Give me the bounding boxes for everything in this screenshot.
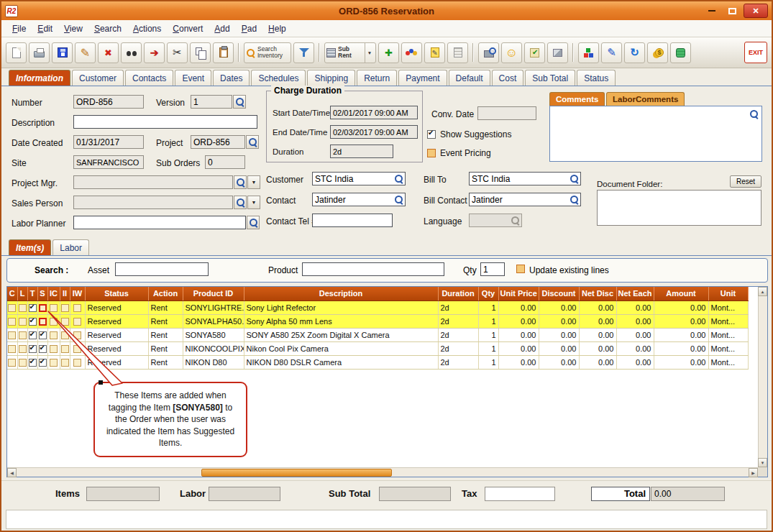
sales-person-dropdown-button[interactable]: ▼: [247, 196, 260, 209]
checkbox-s[interactable]: [39, 304, 47, 312]
contact-tel-input[interactable]: [312, 214, 393, 227]
end-date-input[interactable]: [330, 125, 418, 139]
bill-to-input[interactable]: [470, 173, 570, 185]
checkbox-ic[interactable]: [50, 345, 58, 353]
tab-payment[interactable]: Payment: [398, 70, 447, 86]
vertical-scrollbar[interactable]: ▲ ▼: [758, 287, 767, 467]
col-header-qty[interactable]: Qty: [478, 287, 498, 301]
maximize-button[interactable]: [723, 4, 741, 17]
scroll-right-button[interactable]: ▶: [749, 468, 758, 477]
col-header-s[interactable]: S: [37, 287, 47, 301]
groups-button[interactable]: [401, 42, 422, 63]
tab-status[interactable]: Status: [577, 70, 616, 86]
checkbox-ii[interactable]: [61, 318, 69, 326]
cut-button[interactable]: [167, 42, 188, 63]
event-pricing-checkbox[interactable]: [427, 149, 436, 157]
labor-planner-lookup-button[interactable]: [247, 216, 260, 229]
reset-button[interactable]: Reset: [730, 175, 761, 188]
find-button[interactable]: [121, 42, 142, 63]
checkbox-l[interactable]: [19, 345, 27, 353]
project-lookup-button[interactable]: [246, 135, 259, 149]
checkbox-c[interactable]: [8, 359, 16, 367]
version-input[interactable]: [191, 95, 232, 109]
tax-field[interactable]: [485, 487, 555, 501]
version-lookup-button[interactable]: [233, 95, 246, 109]
notes-button[interactable]: [447, 42, 468, 63]
tab-contacts[interactable]: Contacts: [125, 70, 173, 86]
checkbox-iw[interactable]: [73, 345, 81, 353]
sales-person-lookup-button[interactable]: [234, 196, 247, 209]
lookup-icon[interactable]: [394, 174, 403, 183]
col-header-unit[interactable]: Unit: [708, 287, 748, 301]
col-header-action[interactable]: Action: [148, 287, 183, 301]
checkbox-l[interactable]: [19, 304, 27, 312]
checkbox-ii[interactable]: [61, 304, 69, 312]
sub-rent-dropdown[interactable]: ▼: [365, 42, 374, 63]
col-header-status[interactable]: Status: [85, 287, 148, 301]
save-button[interactable]: [52, 42, 73, 63]
menu-view[interactable]: View: [59, 22, 88, 36]
paste-button[interactable]: [213, 42, 234, 63]
project-mgr-lookup-button[interactable]: [234, 175, 247, 189]
checkbox-ic[interactable]: [50, 331, 58, 339]
checkbox-t[interactable]: [29, 345, 37, 353]
col-header-amount[interactable]: Amount: [654, 287, 708, 301]
table-row[interactable]: Reserved Rent SONYALPHA50... Sony Alpha …: [7, 314, 748, 328]
sub-orders-input[interactable]: [205, 155, 245, 169]
bill-contact-input[interactable]: [470, 194, 570, 206]
table-row[interactable]: Reserved Rent SONYA580 SONY A580 25X Zoo…: [7, 328, 748, 341]
col-header-ic[interactable]: IC: [47, 287, 60, 301]
close-button[interactable]: ✕: [744, 4, 768, 18]
convert-button[interactable]: [144, 42, 165, 63]
duration-input[interactable]: [330, 145, 393, 158]
checkbox-c[interactable]: [8, 318, 16, 326]
project-mgr-input[interactable]: [73, 175, 233, 189]
checkbox-ii[interactable]: [61, 331, 69, 339]
menu-edit[interactable]: Edit: [32, 22, 58, 36]
inventory-cubes-button[interactable]: [578, 42, 599, 63]
menu-help[interactable]: Help: [263, 22, 291, 36]
menu-file[interactable]: File: [7, 22, 31, 36]
checkbox-t[interactable]: [29, 304, 37, 312]
asset-input[interactable]: [115, 262, 209, 276]
col-header-iw[interactable]: IW: [70, 287, 85, 301]
tab-sub-total[interactable]: Sub Total: [525, 70, 575, 86]
contact-input[interactable]: [313, 194, 394, 206]
new-order-button[interactable]: [6, 42, 27, 63]
tab-information[interactable]: Information: [9, 70, 70, 86]
add-item-button[interactable]: [378, 42, 399, 63]
scroll-left-button[interactable]: ◀: [7, 468, 17, 477]
col-header-ii[interactable]: II: [60, 287, 70, 301]
project-mgr-dropdown-button[interactable]: ▼: [247, 175, 260, 189]
checkbox-ic[interactable]: [50, 304, 58, 312]
tab-event[interactable]: Event: [175, 70, 211, 86]
document-folder-box[interactable]: [597, 190, 761, 226]
qty-input[interactable]: [480, 262, 505, 276]
sub-rent-button[interactable]: Sub Rent▼: [324, 42, 376, 63]
col-header-net-each[interactable]: Net Each: [616, 287, 654, 301]
checkbox-l[interactable]: [19, 331, 27, 339]
menu-actions[interactable]: Actions: [128, 22, 166, 36]
col-header-description[interactable]: Description: [244, 287, 438, 301]
edit-button[interactable]: [75, 42, 96, 63]
tab-items[interactable]: Item(s): [9, 239, 51, 255]
tab-labor-comments[interactable]: LaborComments: [606, 92, 685, 106]
minimize-button[interactable]: [703, 4, 721, 17]
horizontal-scrollbar[interactable]: ◀ ▶: [7, 467, 758, 477]
checkbox-iw[interactable]: [73, 318, 81, 326]
start-date-input[interactable]: [330, 106, 418, 119]
lookup-icon[interactable]: [394, 195, 403, 204]
number-input[interactable]: [73, 95, 144, 109]
project-input[interactable]: [191, 135, 245, 149]
description-input[interactable]: [73, 115, 257, 129]
checkbox-l[interactable]: [19, 318, 27, 326]
checkbox-s[interactable]: [39, 359, 47, 367]
checkbox-t[interactable]: [29, 359, 37, 367]
feedback-button[interactable]: [501, 42, 522, 63]
checkbox-ii[interactable]: [61, 359, 69, 367]
site-input[interactable]: [73, 155, 144, 169]
exit-button[interactable]: EXIT: [744, 42, 767, 63]
search-inventory-button[interactable]: Search Inventory: [244, 42, 291, 63]
checkbox-s[interactable]: [39, 331, 47, 339]
checkbox-t[interactable]: [29, 318, 37, 326]
